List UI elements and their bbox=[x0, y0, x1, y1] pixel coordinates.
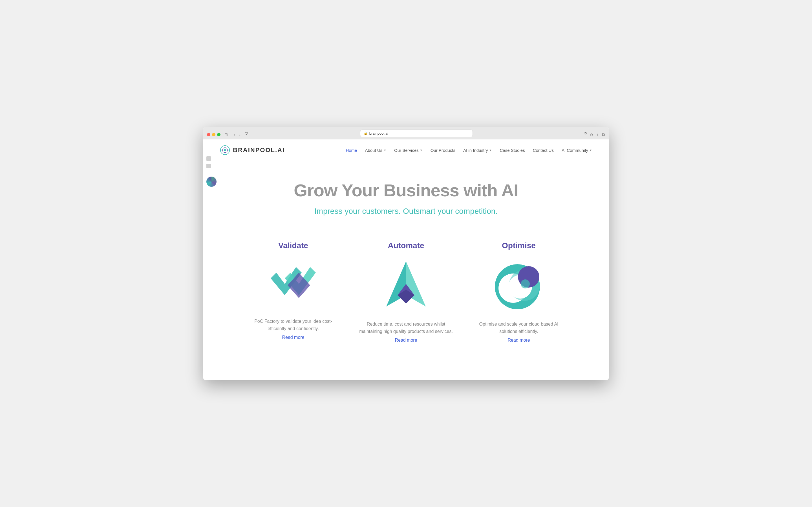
sidebar-indicators bbox=[206, 156, 216, 187]
chevron-down-icon: ▼ bbox=[384, 149, 386, 152]
forward-button[interactable]: › bbox=[238, 132, 242, 137]
nav-link-industry[interactable]: AI in Industry ▼ bbox=[463, 148, 492, 153]
lock-icon: 🔒 bbox=[364, 131, 368, 135]
maximize-button[interactable] bbox=[217, 133, 220, 136]
url-text: brainpool.ai bbox=[369, 131, 388, 135]
automate-icon bbox=[384, 259, 428, 312]
close-button[interactable] bbox=[207, 133, 210, 136]
validate-description: PoC Factory to validate your idea cost-e… bbox=[245, 318, 341, 332]
nav-item-about: About Us ▼ bbox=[365, 148, 386, 153]
browser-dots bbox=[207, 133, 220, 136]
svg-point-2 bbox=[224, 149, 226, 151]
back-button[interactable]: ‹ bbox=[233, 132, 237, 137]
validate-icon bbox=[265, 259, 321, 309]
chevron-down-icon: ▼ bbox=[420, 149, 423, 152]
nav-link-case-studies[interactable]: Case Studies bbox=[500, 148, 525, 153]
hero-section: Grow Your Business with AI Impress your … bbox=[203, 161, 609, 230]
validate-read-more[interactable]: Read more bbox=[282, 335, 304, 340]
nav-link-contact[interactable]: Contact Us bbox=[533, 148, 554, 153]
refresh-button[interactable]: ↻ bbox=[584, 131, 587, 135]
nav-link-about[interactable]: About Us ▼ bbox=[365, 148, 386, 153]
svg-point-19 bbox=[521, 279, 530, 288]
sidebar-avatar bbox=[206, 177, 216, 187]
nav-link-products[interactable]: Our Products bbox=[430, 148, 455, 153]
automate-title: Automate bbox=[388, 241, 424, 250]
browser-titlebar: ⊞ ‹ › 🛡 🔒 brainpool.ai ↻ ⎋ + ⧉ bbox=[207, 129, 605, 139]
nav-item-services: Our Services ▼ bbox=[394, 148, 423, 153]
optimise-card: Optimise bbox=[471, 241, 567, 343]
logo-link[interactable]: BRAINPOOL.AI bbox=[220, 145, 285, 155]
optimise-read-more[interactable]: Read more bbox=[507, 338, 530, 343]
sidebar-indicator-2 bbox=[206, 164, 211, 168]
shield-icon: 🛡 bbox=[245, 131, 248, 136]
nav-item-industry: AI in Industry ▼ bbox=[463, 148, 492, 153]
share-button[interactable]: ⎋ bbox=[590, 132, 593, 137]
minimize-button[interactable] bbox=[212, 133, 215, 136]
navbar: BRAINPOOL.AI Home About Us ▼ Our Service… bbox=[203, 139, 609, 161]
tabs-button[interactable]: ⧉ bbox=[602, 132, 605, 137]
nav-link-services[interactable]: Our Services ▼ bbox=[394, 148, 423, 153]
browser-chrome: ⊞ ‹ › 🛡 🔒 brainpool.ai ↻ ⎋ + ⧉ bbox=[203, 127, 609, 139]
nav-item-products: Our Products bbox=[430, 148, 455, 153]
optimise-title: Optimise bbox=[502, 241, 536, 250]
nav-item-case-studies: Case Studies bbox=[500, 148, 525, 153]
automate-description: Reduce time, cost and resources whilst m… bbox=[358, 321, 454, 335]
nav-links: Home About Us ▼ Our Services ▼ Our Produ… bbox=[346, 148, 592, 153]
cards-section: Validate PoC Factory to validate your id… bbox=[203, 230, 609, 360]
hero-subtitle: Impress your customers. Outsmart your co… bbox=[214, 207, 598, 216]
browser-actions: ⎋ + ⧉ bbox=[590, 132, 605, 137]
sidebar-indicator-1 bbox=[206, 156, 211, 161]
nav-link-community[interactable]: AI Community ▼ bbox=[562, 148, 592, 153]
nav-item-home: Home bbox=[346, 148, 357, 153]
browser-navigation: ‹ › bbox=[233, 132, 242, 137]
chevron-down-icon: ▼ bbox=[489, 149, 492, 152]
browser-window: ⊞ ‹ › 🛡 🔒 brainpool.ai ↻ ⎋ + ⧉ bbox=[203, 127, 609, 380]
optimise-icon bbox=[492, 259, 546, 312]
nav-item-community: AI Community ▼ bbox=[562, 148, 592, 153]
validate-card: Validate PoC Factory to validate your id… bbox=[245, 241, 341, 343]
chevron-down-icon: ▼ bbox=[589, 149, 592, 152]
logo-text: BRAINPOOL.AI bbox=[233, 147, 285, 154]
website-content: BRAINPOOL.AI Home About Us ▼ Our Service… bbox=[203, 139, 609, 380]
validate-title: Validate bbox=[278, 241, 308, 250]
logo-icon bbox=[220, 145, 230, 155]
sidebar-toggle-button[interactable]: ⊞ bbox=[224, 132, 228, 137]
nav-item-contact: Contact Us bbox=[533, 148, 554, 153]
automate-card: Automate Reduce time, cost and reso bbox=[358, 241, 454, 343]
nav-link-home[interactable]: Home bbox=[346, 148, 357, 153]
address-bar[interactable]: 🔒 brainpool.ai bbox=[360, 129, 473, 137]
automate-read-more[interactable]: Read more bbox=[395, 338, 417, 343]
hero-title: Grow Your Business with AI bbox=[214, 181, 598, 200]
optimise-description: Optimise and scale your cloud based AI s… bbox=[471, 321, 567, 335]
address-bar-container: 🛡 🔒 brainpool.ai ↻ bbox=[245, 129, 587, 139]
new-tab-button[interactable]: + bbox=[596, 132, 599, 137]
